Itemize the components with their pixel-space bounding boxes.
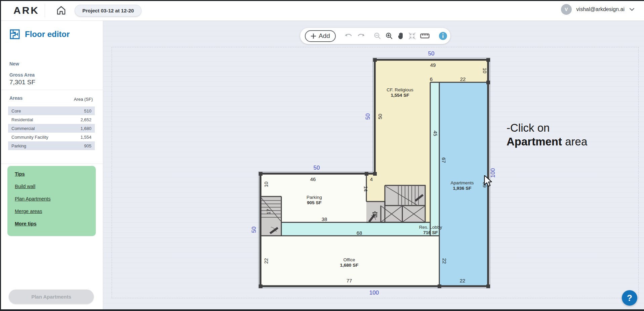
- dimension-label: 14: [363, 186, 369, 192]
- collapse-icon: [408, 32, 416, 40]
- gross-area-value: 7,301 SF: [9, 79, 35, 86]
- dimension-label: 77: [347, 278, 352, 283]
- dimension-label: 22: [460, 76, 466, 82]
- areas-label: Areas: [9, 95, 23, 101]
- dimension-label: 49: [430, 62, 436, 68]
- area-row-value: 2,652: [80, 117, 91, 122]
- pan-button[interactable]: [397, 31, 404, 41]
- floor-editor-icon: [9, 29, 20, 40]
- info-button[interactable]: [439, 31, 447, 41]
- zoom-out-button[interactable]: [374, 31, 381, 41]
- area-table-row[interactable]: Commercial1,680: [8, 124, 95, 133]
- dimension-label: 10: [263, 182, 269, 187]
- project-pill-button[interactable]: Project 03-12 at 12-20: [75, 5, 142, 16]
- tip-link-more-tips[interactable]: More tips: [15, 221, 96, 226]
- sidebar-divider: [0, 164, 103, 164]
- dimension-label: 67: [441, 158, 447, 163]
- window-edge-left: [0, 0, 1, 311]
- dimension-label: 22: [460, 278, 466, 283]
- new-link[interactable]: New: [9, 61, 19, 66]
- floorplan-svg: CF. Religious1,554 SFApartments1,936 SFP…: [103, 21, 644, 311]
- region-lobby-strip[interactable]: [430, 82, 439, 236]
- area-row-value: 905: [84, 143, 91, 148]
- area-table-row[interactable]: Residential2,652: [8, 115, 95, 124]
- project-pill-label: Project 03-12 at 12-20: [82, 8, 134, 13]
- dimension-label: 46: [310, 176, 316, 182]
- page-title: Floor editor: [25, 30, 70, 39]
- areas-unit-header: Area (SF): [74, 97, 93, 102]
- info-icon: [439, 32, 447, 40]
- zoom-out-icon: [374, 32, 381, 40]
- zoom-in-icon: [386, 32, 393, 40]
- areas-table: Core510Residential2,652Commercial1,680Co…: [8, 106, 95, 150]
- dimension-label: 50: [428, 50, 435, 57]
- tip-link-plan-apartments[interactable]: Plan Apartments: [15, 196, 96, 202]
- undo-button[interactable]: [345, 31, 353, 41]
- plus-icon: [311, 33, 316, 39]
- tip-link-merge-areas[interactable]: Merge areas: [15, 209, 96, 214]
- area-label-parking: Parking905 SF: [307, 195, 322, 205]
- area-row-name: Community Facility: [11, 135, 48, 140]
- home-button[interactable]: [56, 5, 67, 16]
- user-menu[interactable]: V vishal@arkdesign.ai: [561, 4, 635, 15]
- redo-icon: [357, 33, 365, 39]
- area-row-name: Commercial: [11, 126, 35, 131]
- dimension-label: 50: [377, 114, 383, 120]
- sidebar: Floor editor New Gross Area 7,301 SF Are…: [0, 21, 103, 311]
- sidebar-divider: [0, 90, 103, 90]
- tip-link-build-wall[interactable]: Build wall: [15, 184, 96, 189]
- instruction-line2: Apartment area: [507, 135, 624, 148]
- area-table-row[interactable]: Community Facility1,554: [8, 133, 95, 141]
- tip-link-tips[interactable]: Tips: [15, 171, 96, 177]
- avatar: V: [561, 4, 572, 15]
- dimension-label: 38: [322, 216, 327, 222]
- dimension-label: 50: [314, 165, 320, 171]
- measure-button[interactable]: [420, 31, 430, 41]
- window-edge-bottom: [0, 309, 644, 311]
- canvas-toolbar: Add: [300, 28, 450, 44]
- area-row-name: Core: [11, 108, 21, 114]
- topbar: ARK Project 03-12 at 12-20 V vishal@arkd…: [0, 0, 644, 21]
- region-res-lobby[interactable]: [281, 222, 430, 236]
- redo-button[interactable]: [357, 31, 365, 41]
- dimension-label: 10: [482, 68, 488, 74]
- instruction-line1: -Click on: [507, 121, 624, 135]
- dimension-label: 6: [430, 76, 433, 82]
- zoom-in-button[interactable]: [386, 31, 393, 41]
- ruler-icon: [420, 33, 430, 39]
- dimension-label: 22: [442, 258, 447, 264]
- area-row-name: Parking: [11, 143, 26, 148]
- user-email: vishal@arkdesign.ai: [576, 6, 625, 12]
- mouse-cursor: [484, 175, 494, 188]
- add-button[interactable]: Add: [305, 30, 336, 42]
- gross-area-label: Gross Area: [9, 72, 35, 78]
- help-button[interactable]: ?: [622, 290, 637, 306]
- area-row-name: Residential: [11, 117, 33, 122]
- dimension-label: 50: [365, 114, 371, 120]
- plan-apartments-button[interactable]: Plan Apartments: [9, 290, 94, 304]
- ark-logo: ARK: [13, 5, 39, 16]
- area-row-value: 1,680: [80, 126, 91, 131]
- area-table-row[interactable]: Parking905: [8, 141, 95, 150]
- instruction-text: -Click on Apartment area: [507, 121, 624, 148]
- dimension-label: 50: [251, 227, 257, 233]
- chevron-down-icon: [629, 8, 635, 11]
- dimension-label: 45: [433, 131, 438, 136]
- topbar-divider: [45, 4, 45, 17]
- hand-icon: [397, 32, 404, 40]
- dimension-label: 100: [369, 290, 379, 296]
- dimension-label: 22: [263, 258, 269, 264]
- window-edge-top: [0, 0, 644, 1]
- area-label-apartments: Apartments1,936 SF: [450, 180, 474, 191]
- tips-box: TipsBuild wallPlan ApartmentsMerge areas…: [7, 166, 96, 236]
- area-table-row[interactable]: Core510: [8, 106, 95, 115]
- add-button-label: Add: [319, 32, 330, 40]
- floorplan-canvas[interactable]: CF. Religious1,554 SFApartments1,936 SFP…: [103, 21, 644, 311]
- home-icon: [56, 5, 67, 16]
- area-row-value: 510: [84, 108, 91, 114]
- undo-icon: [345, 33, 353, 39]
- fit-view-button[interactable]: [408, 31, 416, 41]
- dimension-label: 68: [357, 230, 362, 236]
- dimension-label: 4: [370, 176, 373, 182]
- dimension-label: 17: [266, 209, 271, 215]
